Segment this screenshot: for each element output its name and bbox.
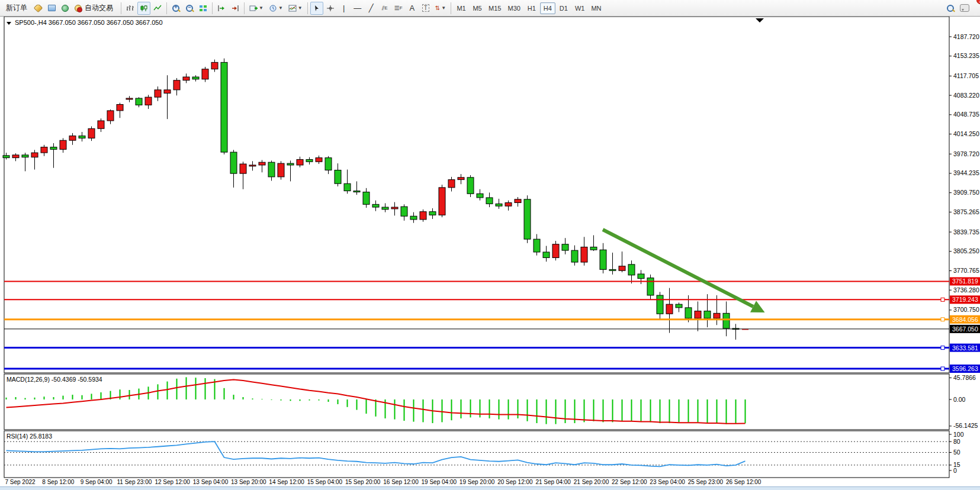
time-tick-label: 22 Sep 12:00 xyxy=(612,479,647,485)
rsi-tick-label: 0 xyxy=(953,467,957,474)
timeframe-h1[interactable]: H1 xyxy=(524,2,539,14)
candle xyxy=(619,266,625,271)
candle xyxy=(515,199,521,203)
new-chart-button[interactable]: ▼ xyxy=(247,2,266,15)
templates-button[interactable]: ▼ xyxy=(286,2,305,15)
search-icon[interactable] xyxy=(944,2,957,15)
price-badge-label: 3751.819 xyxy=(952,278,978,285)
timeframe-m15[interactable]: M15 xyxy=(486,2,504,14)
text-tool-icon[interactable]: A xyxy=(406,2,419,15)
candle xyxy=(448,180,455,188)
fibonacci-tool-icon[interactable]: ☰F xyxy=(392,2,405,15)
candle xyxy=(12,155,19,158)
candle xyxy=(609,269,616,270)
candle xyxy=(268,162,275,177)
hline-handle[interactable] xyxy=(941,367,944,370)
candle xyxy=(458,178,464,180)
channel-tool-icon[interactable]: ⫽E xyxy=(378,2,391,15)
candle xyxy=(306,159,313,162)
macd-tick-label: 45.7866 xyxy=(953,374,976,381)
candle xyxy=(22,155,28,157)
auto-trading-button[interactable]: 自动交易 xyxy=(72,2,118,15)
chart-shift-icon[interactable] xyxy=(229,2,242,15)
chart-window[interactable]: 4187.7204153.2354117.7054083.2204048.735… xyxy=(0,17,980,486)
price-tick-label: 3700.750 xyxy=(953,306,979,313)
main-toolbar: 新订单 自动交易 + − ▼ ▼ ▼ | xyxy=(0,0,980,17)
candle xyxy=(69,136,76,141)
tile-windows-icon[interactable] xyxy=(197,2,210,15)
price-badge-label: 3684.056 xyxy=(952,316,978,323)
timeframe-w1[interactable]: W1 xyxy=(572,2,588,14)
price-chart[interactable]: 4187.7204153.2354117.7054083.2204048.735… xyxy=(0,17,980,486)
candle xyxy=(173,80,180,90)
candle xyxy=(401,207,407,216)
market-watch-icon[interactable] xyxy=(45,2,58,15)
candle xyxy=(666,304,673,314)
bar-chart-type-icon[interactable] xyxy=(124,2,137,15)
zoom-in-icon[interactable]: + xyxy=(169,2,182,15)
candle xyxy=(117,105,123,111)
timeframe-m5[interactable]: M5 xyxy=(470,2,485,14)
symbols-icon[interactable] xyxy=(31,2,44,15)
candle xyxy=(259,162,265,165)
label-tool-icon[interactable]: T xyxy=(419,2,432,15)
price-badge-label: 3667.050 xyxy=(952,325,978,333)
notifications-icon[interactable]: 1 xyxy=(957,2,972,15)
macd-pane[interactable] xyxy=(4,374,949,430)
timeframe-mn[interactable]: MN xyxy=(588,2,604,14)
timeframe-h4[interactable]: H4 xyxy=(540,2,555,14)
candlestick-chart-type-icon[interactable] xyxy=(137,2,150,15)
zoom-out-icon[interactable]: − xyxy=(183,2,196,15)
timeframe-d1[interactable]: D1 xyxy=(556,2,571,14)
candle xyxy=(145,97,152,105)
chart-header: SP500-,H4 3667.050 3667.050 3667.050 366… xyxy=(7,19,163,26)
time-tick-label: 13 Sep 04:00 xyxy=(193,479,229,485)
rsi-tick-label: 80 xyxy=(953,438,960,445)
new-order-button[interactable]: 新订单 xyxy=(2,2,31,15)
hline-handle[interactable] xyxy=(941,318,944,321)
timeframe-m1[interactable]: M1 xyxy=(454,2,469,14)
separator xyxy=(121,2,121,14)
auto-scroll-icon[interactable] xyxy=(215,2,228,15)
separator xyxy=(451,2,451,14)
rsi-pane[interactable] xyxy=(4,431,949,478)
candle xyxy=(183,77,189,80)
time-tick-label: 26 Sep 12:00 xyxy=(726,479,761,485)
candle xyxy=(240,164,246,173)
candle xyxy=(638,274,644,279)
price-tick-label: 3909.750 xyxy=(953,189,979,196)
hline-handle[interactable] xyxy=(941,346,944,350)
time-tick-label: 12 Sep 12:00 xyxy=(155,479,190,485)
dropdown-arrow-icon: ▼ xyxy=(298,5,303,11)
line-chart-type-icon[interactable] xyxy=(151,2,164,15)
candle xyxy=(552,244,559,258)
arrows-tool-icon[interactable]: ⇅ ▼ xyxy=(433,2,448,15)
candle xyxy=(581,247,587,262)
price-tick-label: 3944.235 xyxy=(953,169,979,176)
candle xyxy=(202,69,208,79)
time-tick-label: 19 Sep 04:00 xyxy=(422,479,457,485)
hline-handle[interactable] xyxy=(941,298,944,301)
price-tick-label: 3978.720 xyxy=(953,150,979,157)
time-tick-label: 20 Sep 12:00 xyxy=(497,479,533,485)
candle xyxy=(676,304,682,308)
candle xyxy=(382,207,388,209)
trendline-tool-icon[interactable]: ╱ xyxy=(365,2,378,15)
candle xyxy=(325,158,332,170)
vertical-line-tool-icon[interactable]: | xyxy=(338,2,351,15)
candle xyxy=(410,216,417,220)
candle xyxy=(287,163,294,165)
horizontal-line-tool-icon[interactable]: — xyxy=(351,2,364,15)
crosshair-tool-icon[interactable] xyxy=(324,2,337,15)
candle xyxy=(335,170,341,183)
auto-trading-icon xyxy=(75,5,82,12)
dropdown-arrow-icon: ▼ xyxy=(441,5,446,11)
macd-label: MACD(12,26,9) -50.4369 -50.5934 xyxy=(7,376,102,383)
navigator-icon[interactable] xyxy=(59,2,72,15)
price-tick-label: 3805.250 xyxy=(953,247,979,254)
time-tick-label: 19 Sep 20:00 xyxy=(460,479,495,485)
cursor-tool-icon[interactable] xyxy=(310,2,323,15)
timeframe-m30[interactable]: M30 xyxy=(505,2,523,14)
time-tick-label: 23 Sep 04:00 xyxy=(650,479,685,485)
periods-button[interactable]: ▼ xyxy=(266,2,285,15)
